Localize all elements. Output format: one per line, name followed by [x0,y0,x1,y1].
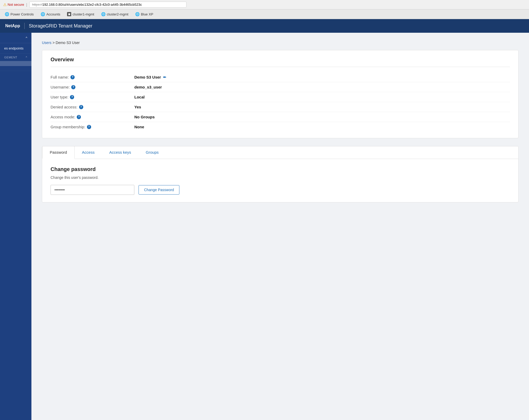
tabs-bar: Password Access Access keys Groups [42,146,518,159]
fullname-label: Full name: ? [51,75,134,79]
tab-label: Power Controls [10,12,34,16]
breadcrumb: Users > Demo S3 User [42,41,519,45]
main-layout: ^ es endpoints GEMENT ^ Users > Demo S3 … [0,33,529,420]
password-row: Change Password [51,185,510,195]
change-password-desc: Change this user's password. [51,175,510,180]
access-mode-label: Access mode: ? [51,115,134,119]
url-scheme: https:// [32,3,42,7]
browser-tab-cluster2[interactable]: 🌐 cluster2-mgmt [98,11,131,17]
breadcrumb-current: Demo S3 User [56,41,80,45]
password-input[interactable] [51,185,134,195]
browser-tab-accounts[interactable]: 🌐 Accounts [38,11,63,17]
globe-icon: 🌐 [5,12,9,16]
access-mode-help-icon[interactable]: ? [77,115,81,119]
browser-tab-cluster1[interactable]: ▣ cluster1-mgmt [64,11,97,17]
tab-label: Accounts [46,12,60,16]
sidebar-item-label: es endpoints [4,46,24,50]
overview-row-username: Username: ? demo_s3_user [51,82,510,92]
overview-card: Overview Full name: ? Demo S3 User ✏ Use… [42,50,519,138]
change-password-button[interactable]: Change Password [139,185,179,195]
overview-row-fullname: Full name: ? Demo S3 User ✏ [51,72,510,82]
sidebar-item-endpoints[interactable]: es endpoints [0,43,31,54]
fullname-help-icon[interactable]: ? [70,75,75,79]
overview-row-access-mode: Access mode: ? No Groups [51,112,510,122]
tab-label: cluster2-mgmt [107,12,128,16]
overview-row-denied-access: Denied access: ? Yes [51,102,510,112]
tab-groups[interactable]: Groups [139,146,166,159]
overview-row-group-membership: Group membership: ? None [51,122,510,132]
browser-tab-power-controls[interactable]: 🌐 Power Controls [2,11,36,17]
username-label: Username: ? [51,85,134,89]
globe-icon: 🌐 [135,12,140,16]
username-value: demo_s3_user [134,85,162,89]
warning-icon: ⚠ [3,2,7,7]
overview-title: Overview [51,57,510,67]
fullname-edit-icon[interactable]: ✏ [163,75,166,79]
group-membership-help-icon[interactable]: ? [87,125,91,129]
app-title: StorageGRID Tenant Manager [29,23,92,29]
usertype-help-icon[interactable]: ? [70,95,74,99]
change-password-title: Change password [51,166,510,172]
sidebar-toggle[interactable]: ^ [0,33,31,43]
sidebar-item-users[interactable] [0,61,31,66]
denied-access-label: Denied access: ? [51,105,134,109]
globe-icon: 🌐 [101,12,106,16]
not-secure-label: Not secure [8,3,24,7]
tabs-panel: Password Access Access keys Groups Chang… [42,146,519,202]
browser-bar: ⚠ Not secure | https://192.168.0.80/ui/#… [0,0,529,9]
url-separator: | [26,3,27,7]
sidebar-section-label: GEMENT [4,56,17,59]
access-mode-value: No Groups [134,115,155,119]
url-path: ebc132e2-cfc3-42c0-a445-3b4465cb523c [79,3,142,7]
sidebar-item-other[interactable] [0,66,31,71]
group-membership-label: Group membership: ? [51,125,134,129]
usertype-label: User type: ? [51,95,134,99]
tab-label: cluster1-mgmt [73,12,94,16]
tab-label: Blue XP [141,12,153,16]
sidebar: ^ es endpoints GEMENT ^ [0,33,31,420]
overview-row-usertype: User type: ? Local [51,92,510,102]
tab-access[interactable]: Access [75,146,102,159]
address-bar[interactable]: https://192.168.0.80/ui/#/users/ebc132e2… [29,2,186,8]
app-header: NetApp StorageGRID Tenant Manager [0,19,529,33]
breadcrumb-separator: > [52,41,56,45]
box-icon: ▣ [67,12,71,16]
chevron-up-icon: ^ [26,36,27,40]
main-content: Users > Demo S3 User Overview Full name:… [31,33,529,420]
header-divider [24,23,25,29]
chevron-up-icon: ^ [26,56,27,59]
breadcrumb-parent[interactable]: Users [42,41,52,45]
tab-content-password: Change password Change this user's passw… [42,159,518,202]
username-help-icon[interactable]: ? [71,85,75,89]
group-membership-value: None [134,125,144,129]
denied-access-value: Yes [134,105,141,109]
usertype-value: Local [134,95,145,99]
brand-name: NetApp [5,24,20,28]
fullname-value: Demo S3 User ✏ [134,75,166,79]
tab-access-keys[interactable]: Access keys [102,146,138,159]
tab-password[interactable]: Password [42,146,75,159]
security-indicator: ⚠ Not secure [3,2,24,7]
url-base: 192.168.0.80/ui/#/users/ [42,3,79,7]
sidebar-section-management: GEMENT ^ [0,54,31,61]
browser-tab-blue-xp[interactable]: 🌐 Blue XP [133,11,156,17]
browser-tab-bar: 🌐 Power Controls 🌐 Accounts ▣ cluster1-m… [0,9,529,19]
denied-access-help-icon[interactable]: ? [79,105,83,109]
globe-icon: 🌐 [41,12,45,16]
